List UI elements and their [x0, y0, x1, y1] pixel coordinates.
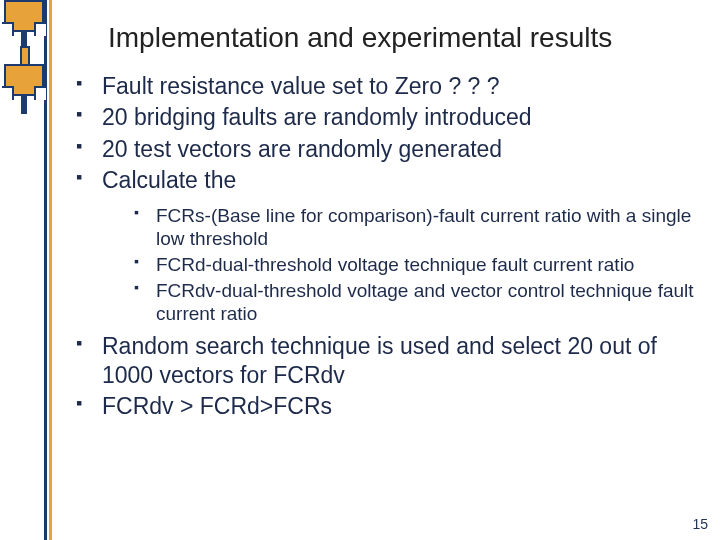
bullet-text: Calculate the [102, 167, 236, 193]
sub-bullet-list: FCRs-(Base line for comparison)-fault cu… [102, 204, 708, 326]
bullet-item: FCRdv > FCRd>FCRs [76, 392, 708, 421]
slide-title: Implementation and experimental results [108, 22, 708, 54]
bullet-list: Fault resistance value set to Zero ? ? ?… [68, 72, 708, 422]
slide-content: Implementation and experimental results … [68, 0, 708, 424]
sub-bullet-item: FCRdv-dual-threshold voltage and vector … [134, 279, 708, 325]
decorative-sidebar [0, 0, 54, 540]
bullet-item: Calculate the FCRs-(Base line for compar… [76, 166, 708, 325]
sub-bullet-item: FCRd-dual-threshold voltage technique fa… [134, 253, 708, 276]
bullet-item: Fault resistance value set to Zero ? ? ? [76, 72, 708, 101]
bullet-item: 20 bridging faults are randomly introduc… [76, 103, 708, 132]
sub-bullet-item: FCRs-(Base line for comparison)-fault cu… [134, 204, 708, 250]
bullet-item: 20 test vectors are randomly generated [76, 135, 708, 164]
page-number: 15 [692, 516, 708, 532]
bullet-item: Random search technique is used and sele… [76, 332, 708, 391]
